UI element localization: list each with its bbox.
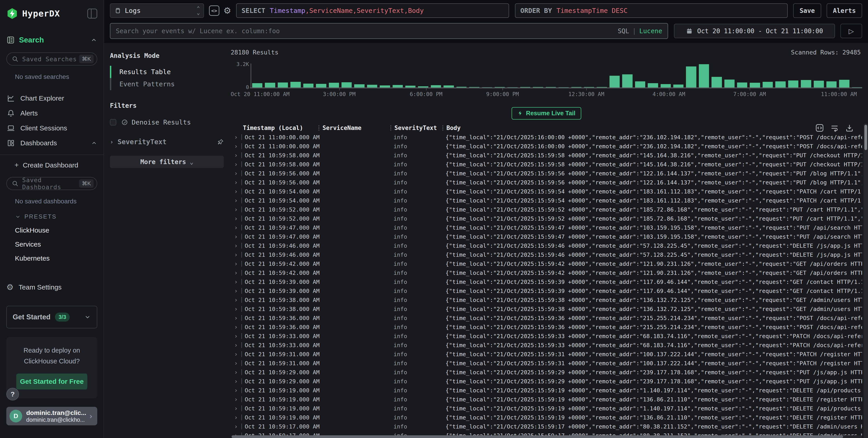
- histogram-bar[interactable]: [533, 87, 543, 88]
- column-header-body[interactable]: Body: [445, 125, 819, 131]
- table-row[interactable]: ›Oct 21 10:59:19.000 AMinfo{"time_local"…: [231, 413, 862, 422]
- vertical-scrollbar-thumb[interactable]: [864, 125, 867, 150]
- table-row[interactable]: ›Oct 21 10:59:42.000 AMinfo{"time_local"…: [231, 259, 862, 268]
- horizontal-scrollbar-thumb[interactable]: [231, 435, 843, 438]
- table-row[interactable]: ›Oct 21 10:59:54.000 AMinfo{"time_local"…: [231, 196, 862, 205]
- source-settings-gear-icon[interactable]: ⚙: [223, 6, 231, 15]
- table-row[interactable]: ›Oct 21 10:59:39.000 AMinfo{"time_local"…: [231, 287, 862, 295]
- histogram-bar[interactable]: [329, 83, 339, 88]
- histogram-bar[interactable]: [456, 87, 467, 88]
- expand-chevron-icon[interactable]: ›: [231, 360, 242, 366]
- histogram-bar[interactable]: [712, 77, 722, 88]
- horizontal-scrollbar[interactable]: [231, 435, 862, 438]
- histogram-bar[interactable]: [763, 82, 773, 88]
- expand-chevron-icon[interactable]: ›: [231, 234, 242, 240]
- more-filters-button[interactable]: More filters ⌄: [110, 156, 224, 168]
- expand-chevron-icon[interactable]: ›: [231, 396, 242, 402]
- language-toggle-lucene[interactable]: Lucene: [639, 27, 662, 35]
- expand-chevron-icon[interactable]: ›: [231, 414, 242, 420]
- resume-live-tail-button[interactable]: Resume Live Tail: [512, 107, 582, 120]
- alerts-button[interactable]: Alerts: [827, 3, 862, 18]
- histogram-bar[interactable]: [469, 87, 479, 88]
- table-row[interactable]: ›Oct 21 10:59:47.000 AMinfo{"time_local"…: [231, 223, 862, 232]
- expand-chevron-icon[interactable]: ›: [231, 179, 242, 185]
- table-row[interactable]: ›Oct 21 10:59:36.000 AMinfo{"time_local"…: [231, 323, 862, 332]
- column-header-servicename[interactable]: ServiceName: [321, 125, 394, 131]
- sidebar-item-alerts[interactable]: Alerts: [6, 106, 97, 121]
- table-row[interactable]: ›Oct 21 10:59:17.000 AMinfo{"time_local"…: [231, 422, 862, 431]
- expand-chevron-icon[interactable]: ›: [231, 351, 242, 357]
- table-row[interactable]: ›Oct 21 10:59:33.000 AMinfo{"time_local"…: [231, 341, 862, 350]
- histogram-bar[interactable]: [852, 87, 862, 88]
- histogram-bar[interactable]: [380, 86, 390, 88]
- histogram-bar[interactable]: [814, 81, 824, 88]
- expand-chevron-icon[interactable]: ›: [231, 270, 242, 276]
- histogram-bar[interactable]: [252, 83, 262, 88]
- get-started-free-button[interactable]: Get Started for Free: [16, 374, 88, 390]
- histogram-bar[interactable]: [418, 86, 428, 88]
- expand-chevron-icon[interactable]: ›: [231, 189, 242, 194]
- histogram-bar[interactable]: [405, 86, 415, 88]
- expand-chevron-icon[interactable]: ›: [231, 207, 242, 212]
- expand-chevron-icon[interactable]: ›: [231, 315, 242, 321]
- pin-icon[interactable]: [217, 139, 224, 145]
- histogram-bar[interactable]: [673, 85, 683, 88]
- expand-chevron-icon[interactable]: ›: [231, 170, 242, 176]
- histogram-bar[interactable]: [584, 87, 594, 88]
- vertical-scrollbar[interactable]: [864, 124, 868, 438]
- table-row[interactable]: ›Oct 21 10:59:52.000 AMinfo{"time_local"…: [231, 205, 862, 214]
- denoise-results-toggle[interactable]: Denoise Results: [110, 119, 224, 126]
- expand-chevron-icon[interactable]: ›: [231, 252, 242, 258]
- table-row[interactable]: ›Oct 21 10:59:33.000 AMinfo{"time_local"…: [231, 332, 862, 341]
- code-view-icon[interactable]: [815, 124, 824, 132]
- expand-chevron-icon[interactable]: ›: [231, 288, 242, 294]
- expand-chevron-icon[interactable]: ›: [231, 261, 242, 267]
- table-row[interactable]: ›Oct 21 10:59:36.000 AMinfo{"time_local"…: [231, 313, 862, 323]
- expand-chevron-icon[interactable]: ›: [231, 143, 242, 149]
- histogram-bar[interactable]: [686, 66, 696, 88]
- table-row[interactable]: ›Oct 21 10:59:38.000 AMinfo{"time_local"…: [231, 304, 862, 313]
- table-row[interactable]: ›Oct 21 10:59:46.000 AMinfo{"time_local"…: [231, 241, 862, 250]
- event-search-input[interactable]: Search your events w/ Lucene ex. column:…: [110, 23, 668, 39]
- table-row[interactable]: ›Oct 21 11:00:00.000 AMinfo{"time_local"…: [231, 133, 862, 142]
- histogram-bar[interactable]: [661, 84, 671, 88]
- histogram-bar[interactable]: [558, 87, 568, 88]
- save-button[interactable]: Save: [793, 3, 821, 18]
- histogram-bar[interactable]: [801, 80, 811, 88]
- table-row[interactable]: ›Oct 21 10:59:58.000 AMinfo{"time_local"…: [231, 160, 862, 169]
- histogram-bar[interactable]: [827, 81, 837, 88]
- table-row[interactable]: ›Oct 21 10:59:52.000 AMinfo{"time_local"…: [231, 214, 862, 223]
- histogram-bar[interactable]: [367, 85, 377, 88]
- expand-chevron-icon[interactable]: ›: [231, 243, 242, 248]
- histogram-bar[interactable]: [341, 82, 352, 88]
- wrap-text-icon[interactable]: [830, 124, 839, 132]
- table-row[interactable]: ›Oct 21 10:59:19.000 AMinfo{"time_local"…: [231, 404, 862, 413]
- run-query-button[interactable]: ▷: [840, 24, 862, 38]
- create-dashboard-button[interactable]: + Create Dashboard: [14, 161, 97, 169]
- table-row[interactable]: ›Oct 21 11:00:00.000 AMinfo{"time_local"…: [231, 142, 862, 151]
- histogram-bar[interactable]: [648, 83, 658, 88]
- download-icon[interactable]: [845, 124, 854, 132]
- expand-chevron-icon[interactable]: ›: [231, 378, 242, 384]
- code-mode-icon[interactable]: <>: [209, 5, 219, 16]
- help-button[interactable]: ?: [6, 388, 19, 401]
- expand-chevron-icon[interactable]: ›: [231, 306, 242, 312]
- table-row[interactable]: ›Oct 21 10:59:58.000 AMinfo{"time_local"…: [231, 151, 862, 160]
- table-row[interactable]: ›Oct 21 10:59:31.000 AMinfo{"time_local"…: [231, 359, 862, 368]
- expand-chevron-icon[interactable]: ›: [231, 279, 242, 285]
- denoise-checkbox[interactable]: [110, 119, 116, 126]
- expand-chevron-icon[interactable]: ›: [231, 134, 242, 140]
- expand-chevron-icon[interactable]: ›: [231, 297, 242, 303]
- sidebar-item-preset[interactable]: Services: [15, 240, 97, 248]
- expand-chevron-icon[interactable]: ›: [231, 215, 242, 222]
- expand-chevron-icon[interactable]: ›: [231, 324, 242, 330]
- table-row[interactable]: ›Oct 21 10:59:38.000 AMinfo{"time_local"…: [231, 295, 862, 304]
- histogram-bar[interactable]: [303, 83, 313, 88]
- sidebar-item-chart-explorer[interactable]: Chart Explorer: [6, 91, 97, 106]
- chevron-up-icon[interactable]: [91, 140, 97, 146]
- table-row[interactable]: ›Oct 21 10:59:47.000 AMinfo{"time_local"…: [231, 232, 862, 241]
- histogram-bar[interactable]: [839, 80, 849, 88]
- histogram-bar[interactable]: [316, 84, 326, 88]
- histogram-bar[interactable]: [775, 81, 785, 88]
- histogram-bar[interactable]: [354, 84, 364, 88]
